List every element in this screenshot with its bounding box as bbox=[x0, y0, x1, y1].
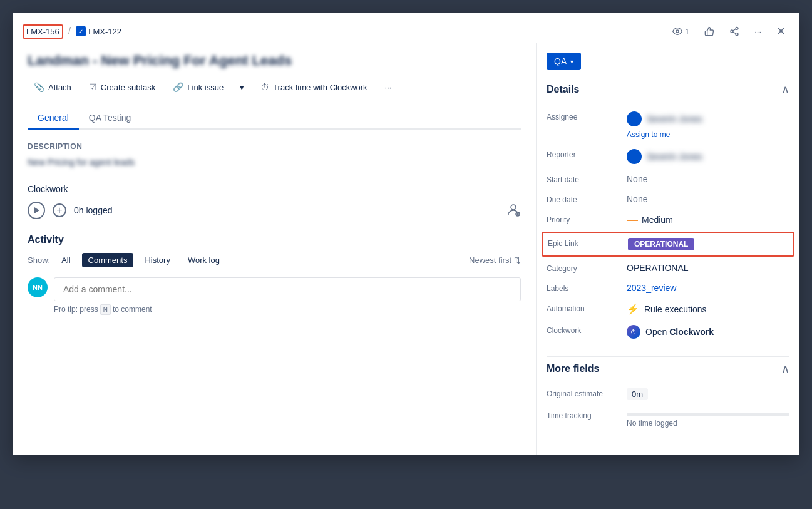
reporter-name: Severin Jones bbox=[647, 152, 702, 162]
breadcrumb-active-item[interactable]: LMX-156 bbox=[23, 24, 63, 39]
breadcrumb-separator: / bbox=[68, 26, 71, 37]
caret-icon: ▾ bbox=[570, 58, 573, 65]
estimate-badge: 0m bbox=[627, 388, 648, 400]
clockwork-section: Clockwork + 0h logged bbox=[28, 184, 521, 219]
clockwork-detail-row: Clockwork ⏱ Open Clockwork bbox=[547, 320, 789, 344]
start-date-label: Start date bbox=[547, 174, 622, 184]
svg-line-4 bbox=[733, 32, 736, 34]
reporter-avatar bbox=[627, 149, 642, 164]
more-options-button[interactable]: ··· bbox=[751, 24, 765, 39]
details-section: Details ∧ Assignee Severin Jones bbox=[547, 83, 789, 344]
keyboard-shortcut: M bbox=[100, 304, 111, 315]
details-header: Details ∧ bbox=[547, 83, 789, 96]
breadcrumb: LMX-156 / LMX-122 bbox=[23, 24, 121, 39]
lightning-icon: ⚡ bbox=[627, 303, 639, 315]
automation-row: Automation ⚡ Rule executions bbox=[547, 298, 789, 320]
comment-input[interactable] bbox=[54, 277, 521, 301]
clockwork-controls: + 0h logged bbox=[28, 202, 521, 219]
filter-all-button[interactable]: All bbox=[55, 253, 76, 267]
epic-badge[interactable]: OPERATIONAL bbox=[628, 238, 694, 250]
subtask-icon: ☑ bbox=[89, 82, 97, 92]
open-clockwork-link[interactable]: Open Clockwork bbox=[645, 327, 714, 337]
details-title: Details bbox=[547, 84, 579, 95]
original-estimate-label: Original estimate bbox=[547, 388, 622, 398]
create-subtask-button[interactable]: ☑ Create subtask bbox=[83, 79, 162, 95]
collapse-details-button[interactable]: ∧ bbox=[781, 83, 789, 96]
watch-button[interactable]: 1 bbox=[669, 24, 693, 39]
modal-header: LMX-156 / LMX-122 1 ··· bbox=[13, 13, 799, 43]
activity-section: Activity Show: All Comments History Work… bbox=[28, 234, 521, 314]
tab-general[interactable]: General bbox=[28, 108, 79, 130]
track-time-button[interactable]: ⏱ Track time with Clockwork bbox=[254, 79, 373, 95]
start-date-row: Start date None bbox=[547, 169, 789, 189]
collapse-more-fields-button[interactable]: ∧ bbox=[781, 362, 789, 376]
play-button[interactable] bbox=[28, 202, 45, 219]
check-icon bbox=[76, 26, 86, 36]
filter-history-button[interactable]: History bbox=[138, 253, 176, 267]
original-estimate-value: 0m bbox=[627, 388, 789, 400]
clockwork-logo-icon: ⏱ bbox=[627, 325, 640, 339]
reporter-label: Reporter bbox=[547, 149, 622, 159]
assignee-row: Assignee Severin Jones Assign to me bbox=[547, 106, 789, 144]
breadcrumb-link-item[interactable]: LMX-122 bbox=[76, 26, 121, 36]
attach-button[interactable]: 📎 Attach bbox=[28, 79, 78, 95]
svg-point-2 bbox=[731, 30, 733, 33]
main-content: Landman - New Pricing For Agent Leads 📎 … bbox=[13, 43, 537, 455]
side-panel: QA ▾ Details ∧ Assignee bbox=[537, 43, 799, 455]
more-fields-header: More fields ∧ bbox=[547, 362, 789, 376]
due-date-value[interactable]: None bbox=[627, 194, 789, 204]
person-icon-button[interactable] bbox=[506, 202, 521, 219]
modal-body: Landman - New Pricing For Agent Leads 📎 … bbox=[13, 43, 799, 455]
automation-value: ⚡ Rule executions bbox=[627, 303, 789, 315]
modal-overlay: LMX-156 / LMX-122 1 ··· bbox=[0, 0, 812, 509]
assignee-value: Severin Jones Assign to me bbox=[627, 111, 789, 139]
assignee-label: Assignee bbox=[547, 111, 622, 121]
sort-order-button[interactable]: Newest first ⇅ bbox=[469, 255, 521, 265]
issue-modal: LMX-156 / LMX-122 1 ··· bbox=[13, 13, 799, 455]
tabs: General QA Testing bbox=[28, 108, 521, 130]
close-button[interactable]: ✕ bbox=[773, 22, 789, 41]
time-tracking-bar bbox=[627, 413, 789, 416]
eye-icon bbox=[672, 26, 682, 36]
issue-title: Landman - New Pricing For Agent Leads bbox=[28, 53, 521, 69]
due-date-label: Due date bbox=[547, 194, 622, 204]
label-link[interactable]: 2023_review bbox=[627, 283, 676, 293]
assign-me-link[interactable]: Assign to me bbox=[627, 130, 702, 139]
activity-title: Activity bbox=[28, 234, 521, 245]
svg-point-3 bbox=[736, 33, 738, 36]
time-tracking-value: No time logged bbox=[627, 410, 789, 428]
qa-status-button[interactable]: QA ▾ bbox=[547, 53, 581, 70]
automation-label: Automation bbox=[547, 303, 622, 313]
time-logged: 0h logged bbox=[74, 205, 113, 215]
description-label: Description bbox=[28, 142, 521, 151]
priority-label: Priority bbox=[547, 214, 622, 224]
share-button[interactable] bbox=[726, 24, 743, 39]
clockwork-left: + 0h logged bbox=[28, 202, 113, 219]
like-button[interactable] bbox=[701, 24, 718, 39]
svg-point-1 bbox=[736, 27, 738, 29]
filter-worklog-button[interactable]: Work log bbox=[182, 253, 226, 267]
description-section: Description New Pricing for agent leads bbox=[28, 142, 521, 169]
more-icon: ··· bbox=[385, 83, 392, 92]
modal-header-actions: 1 ··· ✕ bbox=[669, 22, 789, 41]
start-date-value[interactable]: None bbox=[627, 174, 789, 184]
epic-link-row: Epic Link OPERATIONAL bbox=[542, 232, 794, 257]
category-row: Category OPERATIONAL bbox=[547, 258, 789, 278]
link-issue-button[interactable]: 🔗 Link issue bbox=[167, 79, 230, 95]
epic-link-value: OPERATIONAL bbox=[628, 238, 788, 250]
tab-qa-testing[interactable]: QA Testing bbox=[79, 108, 141, 130]
priority-icon: — bbox=[627, 214, 638, 225]
section-divider bbox=[547, 356, 789, 357]
due-date-row: Due date None bbox=[547, 189, 789, 209]
add-time-button[interactable]: + bbox=[53, 203, 66, 217]
share-icon bbox=[729, 26, 739, 36]
show-label: Show: bbox=[28, 255, 50, 265]
toolbar-dropdown-button[interactable]: ▾ bbox=[235, 80, 249, 95]
epic-link-label: Epic Link bbox=[548, 238, 623, 248]
ellipsis-icon: ··· bbox=[754, 27, 761, 36]
time-tracking-row: Time tracking No time logged bbox=[547, 405, 789, 433]
paperclip-icon: 📎 bbox=[34, 82, 44, 92]
assignee-name: Severin Jones bbox=[647, 114, 702, 124]
filter-comments-button[interactable]: Comments bbox=[82, 253, 134, 267]
more-toolbar-button[interactable]: ··· bbox=[379, 80, 398, 95]
